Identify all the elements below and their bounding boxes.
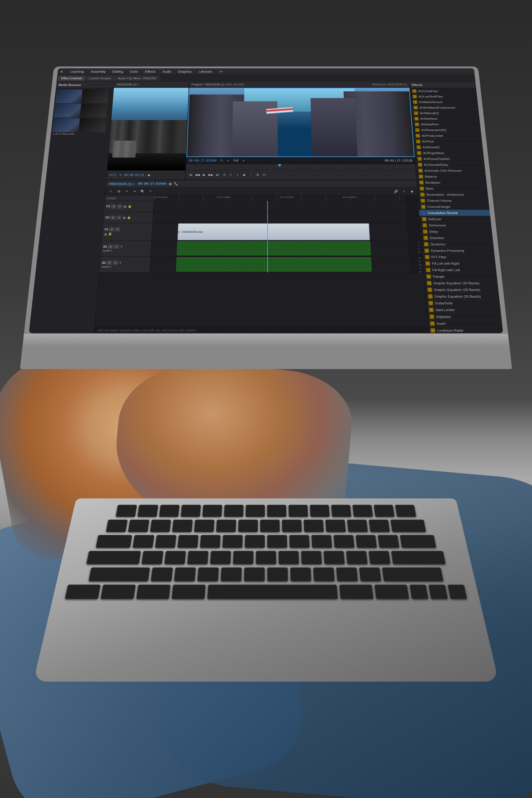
effect-item-dynamics-processing[interactable]: ♪ Dynamics Processing — [422, 247, 494, 254]
a1-content[interactable] — [151, 241, 410, 256]
key-5[interactable] — [216, 520, 236, 532]
v1-content[interactable]: ■ VIDEO0258.mp4 — [152, 224, 408, 241]
key-f10[interactable] — [331, 505, 352, 517]
key-power[interactable] — [395, 505, 416, 517]
key-minus[interactable] — [347, 520, 368, 532]
razor-tool[interactable]: ✂ — [123, 189, 130, 194]
key-tab[interactable] — [96, 535, 132, 548]
go-start-button[interactable]: ⏮ — [188, 172, 194, 177]
effect-item-convolution-reverb[interactable]: ♪ Convolution Reverb — [419, 210, 490, 216]
v1-sync[interactable]: S — [115, 227, 120, 231]
v3-lock-icon[interactable]: 🔒 — [128, 205, 132, 208]
effect-item-aulowshelf[interactable]: ♪ AULowShelfFilter — [410, 94, 477, 99]
effect-item-autoclickremover[interactable]: ♪ Automatic Click Remover — [416, 168, 486, 174]
key-shift-right[interactable] — [382, 567, 443, 581]
effect-item-highpass[interactable]: ♪ Highpass — [426, 313, 501, 320]
effect-item-aupeaklimiter[interactable]: ♪ AUPeakLimiter — [413, 133, 482, 139]
menu-item-editing[interactable]: Editing — [111, 70, 125, 74]
effect-item-dehummer[interactable]: ♪ DeHummer — [420, 222, 492, 228]
key-1[interactable] — [128, 520, 150, 532]
mark-out-button[interactable]: } — [235, 172, 241, 177]
menu-item-graphics[interactable]: Graphics — [177, 70, 193, 74]
a2-sync[interactable]: S — [113, 261, 118, 265]
menu-item-color[interactable]: Color — [129, 70, 140, 74]
effect-item-aucomppass[interactable]: ♪ AUCompPass — [410, 89, 476, 94]
thumbnail-6[interactable] — [79, 118, 106, 132]
key-f2[interactable] — [159, 505, 179, 517]
key-t[interactable] — [222, 535, 243, 548]
key-4[interactable] — [194, 520, 214, 532]
effect-item-aunewpitch[interactable]: ♪ AUNewPitch — [412, 122, 480, 127]
loop-button[interactable]: ↺ — [222, 172, 227, 177]
effect-item-fillrightwithleft[interactable]: ♪ Fill Right with Left — [423, 267, 496, 273]
key-2[interactable] — [150, 520, 171, 532]
effect-item-hardlimiter[interactable]: ♪ Hard Limiter — [426, 307, 501, 313]
key-semicolon[interactable] — [346, 551, 368, 565]
key-k[interactable] — [301, 551, 322, 565]
effect-item-aunbandeq[interactable]: ♪ AUNBandEQ — [411, 110, 479, 116]
audio-clip-a2[interactable] — [176, 258, 372, 272]
key-fn[interactable] — [65, 585, 101, 599]
step-back-button[interactable]: ◀◀ — [195, 172, 201, 177]
effect-item-delay[interactable]: ♪ Delay — [420, 228, 492, 235]
effect-item-aupitch[interactable]: ♪ AUPitch — [414, 139, 482, 144]
type-tool[interactable]: T — [147, 189, 154, 194]
effect-item-binauralizer[interactable]: ♪ Binauralizer - Ambisonics — [418, 191, 488, 197]
effect-item-fillleftwithright[interactable]: ♪ Fill Left with Right — [423, 260, 496, 267]
effect-item-invert[interactable]: ♪ Invert — [427, 320, 502, 327]
key-z[interactable] — [151, 567, 173, 581]
play-stop-button[interactable]: ▶ — [202, 172, 207, 177]
key-backspace[interactable] — [391, 520, 426, 532]
key-d[interactable] — [187, 551, 208, 565]
v1-lock-icon[interactable]: 🔒 — [108, 232, 112, 236]
effect-item-fftfilter[interactable]: ♪ FFT Filter — [422, 254, 495, 260]
a2-content[interactable] — [150, 256, 411, 272]
key-capslock[interactable] — [86, 551, 141, 565]
zoom-timeline-tool[interactable]: 🔍 — [139, 189, 146, 194]
key-f[interactable] — [210, 551, 231, 565]
menu-more[interactable]: >> — [218, 70, 224, 74]
marker-button[interactable]: ◆ — [408, 189, 416, 194]
add-track-icon[interactable]: ◉ — [169, 182, 172, 186]
key-q[interactable] — [132, 535, 154, 548]
link-button[interactable]: 🔗 — [393, 189, 400, 194]
key-g[interactable] — [233, 551, 253, 565]
key-f3[interactable] — [180, 505, 201, 517]
key-alt-right[interactable] — [374, 585, 409, 599]
key-alt-left[interactable] — [136, 585, 171, 599]
menu-item-audio[interactable]: Audio — [161, 70, 173, 74]
key-slash[interactable] — [359, 567, 381, 581]
key-i[interactable] — [289, 535, 310, 548]
more-btn[interactable]: >> — [261, 172, 267, 177]
audio-clip-a1[interactable] — [177, 241, 371, 255]
effect-item-loudnessradar[interactable]: ♪ Loudness Radar — [428, 327, 503, 333]
key-j[interactable] — [278, 551, 299, 565]
slip-tool[interactable]: ⇔ — [131, 189, 138, 194]
effect-item-guitarsuite[interactable]: ♪ GuitarSuite — [425, 300, 500, 307]
key-comma[interactable] — [313, 567, 335, 581]
key-backslash[interactable] — [400, 535, 436, 548]
key-backtick[interactable] — [106, 520, 128, 532]
snap-button[interactable]: ⌖ — [401, 189, 407, 194]
video-clip-v1[interactable]: ■ VIDEO0258.mp4 — [177, 224, 370, 241]
effect-item-aureverb2[interactable]: ♪ AUReverb2 — [414, 144, 483, 150]
tab-lumetri-scopes[interactable]: Lumetri Scopes — [86, 75, 114, 81]
key-8[interactable] — [282, 520, 302, 532]
thumbnail-1[interactable] — [56, 90, 82, 103]
effect-item-graphiceq20[interactable]: ♪ Graphic Equalizer (20 Bands) — [424, 287, 499, 293]
key-f1[interactable] — [137, 505, 158, 517]
a1-sync[interactable]: S — [114, 244, 119, 248]
effect-item-auparametriceq[interactable]: ♪ AUParametricEQ — [413, 127, 481, 133]
go-end-button[interactable]: ⏭ — [215, 172, 221, 177]
ripple-edit-tool[interactable]: ⊞ — [115, 189, 122, 194]
key-m[interactable] — [290, 567, 311, 581]
key-f7[interactable] — [267, 505, 286, 517]
effect-item-chorusflanger[interactable]: ♪ Chorus/Flanger — [419, 204, 490, 210]
key-f6[interactable] — [245, 505, 265, 517]
key-l[interactable] — [324, 551, 345, 565]
a1-mute[interactable]: M — [108, 244, 113, 248]
key-cmd-right[interactable] — [339, 585, 374, 599]
effect-item-bandpass[interactable]: ♪ Bandpass — [417, 179, 487, 186]
key-f9[interactable] — [309, 505, 329, 517]
v1-eye-icon[interactable]: ◉ — [104, 232, 107, 236]
